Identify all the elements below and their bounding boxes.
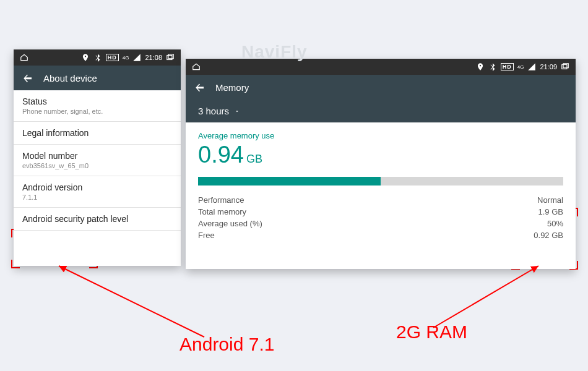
stat-label: Free [198, 231, 215, 240]
svg-line-4 [59, 266, 204, 337]
action-bar-memory: Memory [186, 75, 576, 100]
stat-value: 0.92 GB [534, 231, 563, 240]
memory-panel: HD 4G 21:09 Memory 3 hours Average memor… [186, 59, 576, 269]
settings-item-legal[interactable]: Legal information [14, 122, 181, 145]
memory-stats: Performance Normal Total memory 1.9 GB A… [198, 194, 563, 241]
clock-left: 21:08 [145, 54, 162, 61]
action-bar-about: About device [14, 66, 181, 90]
svg-rect-0 [167, 56, 172, 60]
stat-row-free: Free 0.92 GB [198, 229, 563, 241]
bluetooth-icon [93, 53, 102, 62]
page-title: About device [43, 73, 97, 83]
stat-row-total: Total memory 1.9 GB [198, 206, 563, 218]
settings-item-model[interactable]: Model number evb3561sv_w_65_m0 [14, 145, 181, 176]
avg-memory-value: 0.94GB [198, 142, 563, 168]
item-title: Android version [22, 182, 172, 192]
stat-row-avgpct: Average used (%) 50% [198, 218, 563, 229]
svg-rect-1 [168, 54, 173, 59]
recents-icon [561, 62, 569, 71]
stat-label: Total memory [198, 207, 246, 216]
item-title: Android security patch level [22, 214, 172, 224]
item-title: Model number [22, 151, 172, 161]
svg-rect-3 [563, 64, 568, 68]
avg-memory-number: 0.94 [198, 142, 244, 168]
stat-label: Performance [198, 195, 244, 205]
annotation-ram: 2G RAM [396, 322, 467, 343]
time-range-dropdown[interactable]: 3 hours [186, 100, 576, 122]
svg-line-5 [433, 266, 538, 328]
stat-value: Normal [537, 195, 563, 205]
item-subtitle: 7.1.1 [22, 194, 172, 201]
back-button[interactable] [22, 72, 33, 83]
settings-item-security-patch[interactable]: Android security patch level [14, 208, 181, 231]
item-title: Status [22, 96, 172, 106]
arrow-left-icon [22, 72, 33, 83]
network-indicator: 4G [517, 64, 524, 70]
settings-item-status[interactable]: Status Phone number, signal, etc. [14, 90, 181, 122]
nav-home-icon [20, 53, 28, 62]
item-title: Legal information [22, 128, 172, 138]
location-icon [476, 62, 485, 71]
bluetooth-icon [488, 62, 497, 71]
stat-value: 1.9 GB [538, 207, 563, 216]
hd-badge: HD [501, 63, 514, 70]
stat-value: 50% [547, 219, 563, 228]
settings-list: Status Phone number, signal, etc. Legal … [14, 90, 181, 231]
time-range-value: 3 hours [198, 106, 229, 116]
chevron-down-icon [234, 108, 240, 114]
hd-badge: HD [106, 54, 119, 61]
memory-usage-bar [198, 177, 563, 186]
signal-icon [527, 62, 536, 71]
about-device-panel: HD 4G 21:08 About device Status Phone nu… [14, 49, 181, 266]
settings-item-android-version[interactable]: Android version 7.1.1 [14, 176, 181, 208]
clock-right: 21:09 [540, 63, 557, 70]
signal-icon [132, 53, 141, 62]
svg-rect-2 [562, 65, 567, 69]
memory-usage-fill [198, 177, 381, 186]
memory-body: Average memory use 0.94GB Performance No… [186, 122, 576, 246]
item-subtitle: evb3561sv_w_65_m0 [22, 162, 172, 169]
location-icon [81, 53, 90, 62]
network-indicator: 4G [123, 55, 129, 61]
status-bar: HD 4G 21:08 [14, 49, 181, 66]
nav-home-icon [192, 62, 201, 71]
avg-memory-unit: GB [246, 153, 262, 165]
status-bar: HD 4G 21:09 [186, 59, 576, 75]
annotation-android-version: Android 7.1 [179, 334, 274, 355]
item-subtitle: Phone number, signal, etc. [22, 108, 172, 115]
page-title: Memory [215, 82, 249, 93]
recents-icon [166, 53, 175, 62]
stat-row-performance: Performance Normal [198, 194, 563, 206]
arrow-left-icon [194, 82, 205, 93]
avg-memory-label: Average memory use [198, 131, 563, 140]
stat-label: Average used (%) [198, 219, 262, 228]
back-button[interactable] [194, 82, 205, 93]
